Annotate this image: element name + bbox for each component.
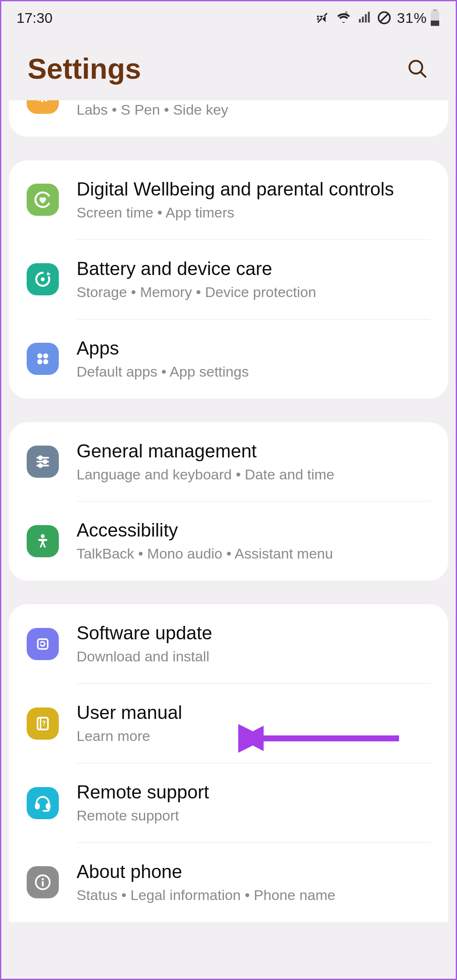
settings-item-general[interactable]: General management Language and keyboard… <box>9 422 448 501</box>
svg-point-22 <box>41 534 44 538</box>
settings-item-title: Remote support <box>77 780 430 804</box>
wifi-icon: 6 <box>335 10 352 25</box>
settings-item-sub: Default apps • App settings <box>77 362 430 382</box>
svg-point-12 <box>37 353 42 358</box>
settings-group: Software update Download and install ? U… <box>9 604 448 922</box>
page-title: Settings <box>28 52 141 85</box>
svg-line-2 <box>380 14 388 22</box>
settings-group: General management Language and keyboard… <box>9 422 448 581</box>
settings-item-about-phone[interactable]: About phone Status • Legal information •… <box>9 843 448 922</box>
svg-point-19 <box>44 460 47 463</box>
svg-point-17 <box>39 456 42 459</box>
update-icon <box>27 628 59 660</box>
settings-group: Digital Wellbeing and parental controls … <box>9 160 448 399</box>
status-time: 17:30 <box>17 10 52 26</box>
svg-point-15 <box>43 359 48 364</box>
settings-item-title: Digital Wellbeing and parental controls <box>77 177 430 201</box>
settings-item-sub: Language and keyboard • Date and time <box>77 465 430 484</box>
settings-item-title: Accessibility <box>77 518 430 542</box>
settings-item-advanced[interactable]: Labs • S Pen • Side key <box>9 100 448 137</box>
svg-rect-31 <box>42 881 44 887</box>
svg-text:6: 6 <box>345 11 348 17</box>
four-dots-icon <box>27 343 59 375</box>
svg-rect-3 <box>433 9 437 11</box>
refresh-dot-icon <box>27 263 59 295</box>
svg-rect-27 <box>36 804 39 808</box>
heart-circle-icon <box>27 184 59 216</box>
svg-point-14 <box>37 359 42 364</box>
app-header: Settings <box>1 34 456 100</box>
settings-item-accessibility[interactable]: Accessibility TalkBack • Mono audio • As… <box>9 501 448 581</box>
info-icon <box>27 866 59 898</box>
search-icon <box>406 58 428 80</box>
settings-item-remote-support[interactable]: Remote support Remote support <box>9 763 448 842</box>
settings-item-title: General management <box>77 439 430 462</box>
settings-item-title: Battery and device care <box>77 257 430 280</box>
settings-item-title: Apps <box>77 336 430 360</box>
svg-point-8 <box>35 100 51 101</box>
status-bar: 17:30 6 31% <box>1 1 456 34</box>
settings-item-devicecare[interactable]: Battery and device care Storage • Memory… <box>9 240 448 319</box>
settings-item-title: User manual <box>77 701 430 724</box>
svg-text:?: ? <box>42 720 46 727</box>
svg-line-7 <box>421 72 426 77</box>
no-circle-icon <box>377 10 392 25</box>
svg-point-30 <box>41 878 44 881</box>
settings-item-sub: Learn more <box>77 727 430 746</box>
sliders-icon <box>27 446 59 478</box>
svg-point-11 <box>41 278 44 281</box>
settings-item-sub: Labs • S Pen • Side key <box>77 100 430 120</box>
settings-item-wellbeing[interactable]: Digital Wellbeing and parental controls … <box>9 160 448 239</box>
settings-item-sub: Screen time • App timers <box>77 203 430 223</box>
svg-point-21 <box>39 464 42 467</box>
gear-icon <box>27 100 59 114</box>
battery-icon <box>429 9 440 26</box>
settings-group: Labs • S Pen • Side key <box>9 100 448 137</box>
settings-item-sub: Storage • Memory • Device protection <box>77 283 430 302</box>
settings-item-title: About phone <box>77 860 430 883</box>
settings-item-apps[interactable]: Apps Default apps • App settings <box>9 319 448 399</box>
search-button[interactable] <box>405 56 429 81</box>
book-icon: ? <box>27 707 59 740</box>
battery-percentage: 31% <box>397 10 427 26</box>
svg-rect-23 <box>38 639 47 649</box>
settings-item-sub: TalkBack • Mono audio • Assistant menu <box>77 544 430 564</box>
settings-item-sub: Status • Legal information • Phone name <box>77 886 430 905</box>
settings-item-sub: Remote support <box>77 806 430 826</box>
svg-point-13 <box>43 353 48 358</box>
vibrate-off-icon <box>315 10 330 25</box>
status-icons: 6 31% <box>315 9 440 26</box>
settings-item-sub: Download and install <box>77 647 430 666</box>
signal-icon <box>357 11 372 25</box>
svg-rect-5 <box>431 21 439 26</box>
settings-item-user-manual[interactable]: ? User manual Learn more <box>9 684 448 763</box>
settings-item-title: Software update <box>77 621 430 644</box>
headset-icon <box>27 787 59 819</box>
settings-item-software-update[interactable]: Software update Download and install <box>9 604 448 683</box>
person-icon <box>27 525 59 557</box>
